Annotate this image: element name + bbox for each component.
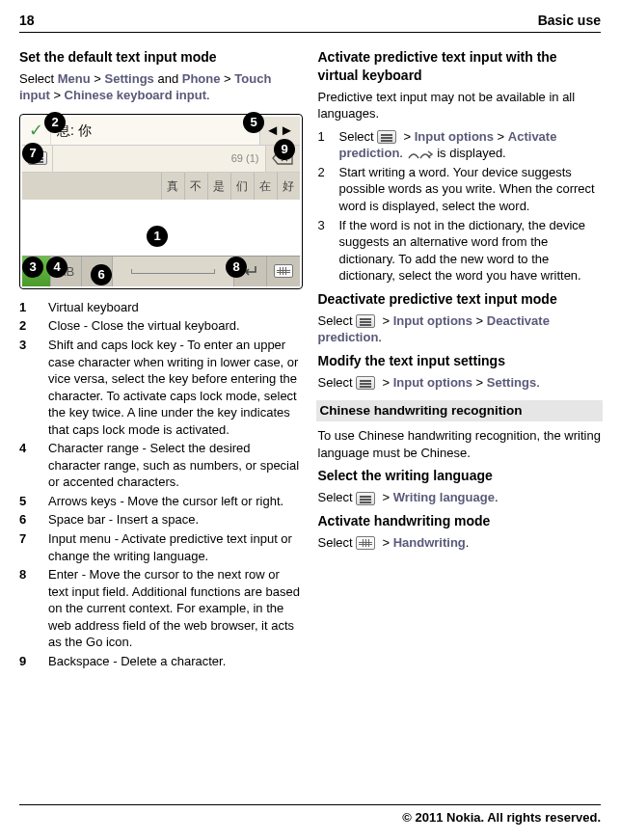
menu-link: Menu (58, 71, 91, 86)
keyboard-icon (267, 257, 300, 286)
step-text: If the word is not in the dictionary, th… (339, 217, 602, 285)
callout-9: 9 (274, 139, 295, 160)
subheading-chinese-handwriting: Chinese handwriting recognition (316, 400, 604, 421)
writing-lang-instruction: Select > Writing language. (318, 489, 602, 506)
legend-text: Input menu - Activate predictive text in… (48, 530, 303, 564)
settings-link: Settings (105, 71, 154, 86)
callout-6: 6 (91, 264, 112, 285)
page-header: 18 Basic use (19, 12, 601, 30)
heading-deactivate: Deactivate predictive text input mode (318, 290, 602, 309)
callout-4: 4 (46, 257, 67, 278)
legend-text: Enter - Move the cursor to the next row … (48, 566, 303, 651)
left-column: Set the default text input mode Select M… (19, 42, 303, 671)
page-footer: © 2011 Nokia. All rights reserved. (19, 804, 601, 826)
copyright: © 2011 Nokia. All rights reserved. (19, 809, 601, 826)
heading-set-default: Set the default text input mode (19, 48, 303, 67)
deactivate-instruction: Select > Input options > Deactivate pred… (318, 312, 602, 346)
step-text: Select > Input options > Activate predic… (339, 128, 602, 162)
keyboard-grid-icon (356, 536, 375, 550)
step-text: Start writing a word. Your device sugges… (339, 164, 602, 215)
legend-text: Backspace - Delete a character. (48, 653, 303, 670)
header-rule (19, 32, 601, 33)
legend-text: Character range - Select the desired cha… (48, 440, 303, 491)
page-number: 18 (19, 12, 35, 30)
link-writing-language: Writing language (393, 490, 495, 504)
callout-8: 8 (226, 257, 247, 278)
set-default-instruction: Select Menu > Settings and Phone > Touch… (19, 70, 303, 104)
link-input-options: Input options (393, 313, 472, 328)
predictive-availability: Predictive text input may not be availab… (318, 89, 602, 122)
char-cell: 真 (161, 173, 184, 200)
legend-text: Shift and caps lock key - To enter an up… (48, 337, 303, 438)
message-preview: 息: 你 (51, 117, 259, 145)
keyboard-legend: 1Virtual keyboard 2Close - Close the vir… (19, 299, 303, 669)
char-count: 69 (1) (53, 146, 265, 172)
callout-3: 3 (22, 257, 43, 278)
link-settings: Settings (487, 375, 536, 390)
ckbd-link: Chinese keyboard input (65, 88, 206, 102)
phone-link: Phone (182, 71, 221, 86)
heading-activate-handwriting: Activate handwriting mode (318, 512, 602, 530)
handwriting-instruction: Select > Handwriting. (318, 534, 602, 552)
legend-text: Virtual keyboard (48, 299, 303, 316)
link-handwriting: Handwriting (393, 535, 466, 550)
options-icon (356, 314, 375, 328)
char-cell: 是 (207, 173, 230, 200)
heading-modify: Modify the text input settings (318, 352, 602, 370)
options-icon (356, 492, 375, 505)
legend-text: Arrows keys - Move the cursor left or ri… (48, 493, 303, 510)
char-cell: 不 (184, 173, 207, 200)
keyboard-figure-wrap: ✓ 息: 你 ◄► 69 (1) (19, 114, 303, 289)
callout-2: 2 (44, 112, 66, 133)
modify-instruction: Select > Input options > Settings. (318, 374, 602, 392)
char-cell: 在 (254, 173, 277, 200)
char-cell: 好 (277, 173, 300, 200)
prediction-on-icon (407, 147, 434, 162)
callout-1: 1 (147, 226, 168, 247)
chinese-handwriting-desc: To use Chinese handwriting recognition, … (318, 427, 602, 461)
char-cell: 们 (230, 173, 254, 200)
section-title: Basic use (538, 12, 601, 30)
spacebar-key (113, 257, 234, 286)
callout-5: 5 (243, 112, 264, 133)
link-input-options: Input options (393, 375, 472, 390)
legend-text: Space bar - Insert a space. (48, 511, 303, 528)
heading-activate-predictive: Activate predictive text input with the … (318, 48, 602, 85)
link-input-options: Input options (415, 129, 494, 144)
right-column: Activate predictive text input with the … (318, 42, 602, 671)
legend-text: Close - Close the virtual keyboard. (48, 317, 303, 335)
heading-select-writing-lang: Select the writing language (318, 467, 602, 485)
activate-steps: 1 Select > Input options > Activate pred… (318, 128, 602, 285)
callout-7: 7 (22, 143, 43, 164)
options-icon (356, 376, 375, 390)
options-icon (377, 130, 396, 144)
